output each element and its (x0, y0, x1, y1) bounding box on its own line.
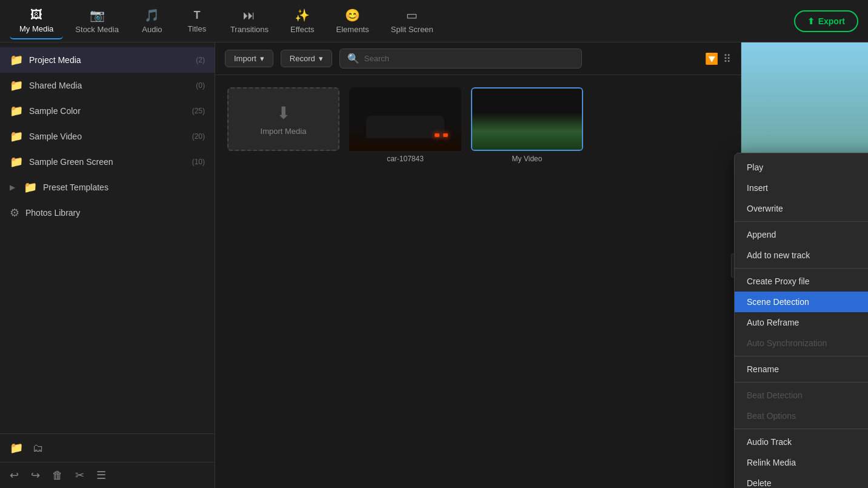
sidebar-item-photos-library[interactable]: ⚙ Photos Library (0, 200, 215, 226)
sidebar-bottom-icons: 📁 🗂 (0, 433, 215, 462)
nav-item-audio[interactable]: 🎵 Audio (131, 3, 173, 39)
car-headlights (435, 133, 448, 137)
sidebar-item-preset-templates[interactable]: ▶ 📁 Preset Templates (0, 175, 215, 200)
ctx-item-auto-synchronization: Auto Synchronization (735, 333, 868, 353)
ctx-item-create-proxy-file[interactable]: Create Proxy file (735, 271, 868, 292)
redo-icon[interactable]: ↪ (31, 469, 40, 482)
nav-item-split-screen[interactable]: ▭ Split Screen (381, 3, 443, 39)
sidebar-label-project-media: Project Media (29, 55, 81, 65)
ctx-label-add-to-new-track: Add to new track (747, 250, 810, 260)
adjust-icon[interactable]: ☰ (96, 469, 106, 482)
ctx-divider-5 (735, 429, 868, 429)
media-item-car[interactable]: car-107843 (349, 87, 461, 164)
folder-icon-shared-media: 📁 (10, 79, 23, 92)
sidebar-item-sample-green-screen[interactable]: 📁 Sample Green Screen (10) (0, 149, 215, 175)
media-item-my-video[interactable]: My Video (471, 87, 583, 164)
nav-label-transitions: Transitions (230, 25, 269, 34)
nav-label-audio: Audio (142, 25, 162, 34)
toolbar-actions: 🔽 ⠿ (705, 52, 731, 65)
export-button[interactable]: ⬆ Export (794, 10, 858, 32)
stock-media-icon: 📷 (90, 8, 105, 22)
folder-icon-sample-video: 📁 (10, 130, 23, 143)
ctx-item-audio-track[interactable]: Audio Track ▶ (735, 432, 868, 452)
ctx-item-scene-detection[interactable]: Scene Detection (735, 292, 868, 312)
nav-label-titles: Titles (188, 24, 207, 33)
nav-label-elements: Elements (336, 25, 369, 34)
titles-icon: T (193, 9, 200, 22)
split-screen-icon: ▭ (406, 8, 418, 22)
ctx-item-add-to-new-track[interactable]: Add to new track (735, 245, 868, 266)
ctx-item-insert[interactable]: Insert (735, 178, 868, 198)
sidebar-item-sample-color[interactable]: 📁 Sample Color (25) (0, 98, 215, 124)
ctx-label-insert: Insert (747, 183, 768, 193)
nav-item-my-media[interactable]: 🖼 My Media (10, 3, 63, 39)
effects-icon: ✨ (295, 8, 310, 22)
ctx-label-auto-synchronization: Auto Synchronization (747, 338, 827, 348)
undo-icon[interactable]: ↩ (10, 469, 19, 482)
sidebar-count-shared-media: (0) (196, 81, 205, 90)
nav-item-stock-media[interactable]: 📷 Stock Media (65, 3, 129, 39)
export-icon: ⬆ (807, 16, 815, 26)
folder-icon-sample-color: 📁 (10, 104, 23, 118)
nav-item-effects[interactable]: ✨ Effects (281, 3, 324, 39)
ctx-label-beat-detection: Beat Detection (747, 390, 803, 400)
sidebar-label-sample-green-screen: Sample Green Screen (29, 157, 113, 167)
filter-icon[interactable]: 🔽 (705, 52, 718, 65)
nav-item-titles[interactable]: T Titles (176, 4, 218, 38)
search-icon: 🔍 (347, 53, 359, 64)
ctx-item-beat-options: Beat Options (735, 406, 868, 426)
new-folder-icon[interactable]: 📁 (10, 441, 23, 455)
sidebar-item-project-media[interactable]: 📁 Project Media (2) (0, 47, 215, 73)
folder-icon-project-media: 📁 (10, 53, 23, 67)
sidebar-label-shared-media: Shared Media (29, 81, 82, 90)
ctx-item-append[interactable]: Append (735, 224, 868, 245)
ctx-item-play[interactable]: Play (735, 157, 868, 178)
expand-arrow-preset-templates: ▶ (10, 183, 15, 192)
media-thumb-my-video (471, 87, 583, 151)
sidebar-count-project-media: (2) (196, 56, 205, 64)
ctx-label-beat-options: Beat Options (747, 411, 796, 421)
nav-item-transitions[interactable]: ⏭ Transitions (221, 4, 278, 39)
car-shape (366, 116, 445, 138)
folder-icon-preset-templates: 📁 (24, 181, 37, 194)
sidebar-count-sample-color: (25) (192, 107, 205, 115)
sidebar-item-shared-media[interactable]: 📁 Shared Media (0) (0, 73, 215, 98)
export-label: Export (818, 16, 845, 26)
record-chevron-icon: ▾ (319, 54, 323, 63)
sidebar-count-sample-green-screen: (10) (192, 158, 205, 166)
ctx-item-relink-media[interactable]: Relink Media (735, 452, 868, 473)
media-label-car: car-107843 (349, 151, 461, 164)
search-input[interactable] (364, 54, 574, 63)
import-chevron-icon: ▾ (260, 54, 264, 63)
sidebar-label-sample-video: Sample Video (29, 132, 82, 141)
record-button[interactable]: Record ▾ (281, 50, 332, 67)
sidebar-item-sample-video[interactable]: 📁 Sample Video (20) (0, 124, 215, 149)
transitions-icon: ⏭ (243, 8, 255, 22)
audio-icon: 🎵 (144, 8, 159, 22)
ctx-label-play: Play (747, 162, 763, 172)
nav-label-split-screen: Split Screen (391, 25, 433, 34)
delete-icon[interactable]: 🗑 (52, 469, 63, 482)
context-menu: Play Insert Overwrite Append Add to new … (734, 153, 868, 488)
grid-view-icon[interactable]: ⠿ (723, 52, 731, 65)
top-nav: 🖼 My Media 📷 Stock Media 🎵 Audio T Title… (0, 0, 868, 42)
import-media-label-thumb: Import Media (261, 127, 307, 136)
import-button[interactable]: Import ▾ (225, 50, 273, 67)
ctx-label-auto-reframe: Auto Reframe (747, 318, 799, 327)
ctx-item-auto-reframe[interactable]: Auto Reframe (735, 312, 868, 333)
nav-item-elements[interactable]: 😊 Elements (327, 3, 379, 39)
media-area: Import ▾ Record ▾ 🔍 🔽 ⠿ ⬇ Import (215, 42, 741, 488)
open-folder-icon[interactable]: 🗂 (33, 442, 44, 455)
ctx-label-audio-track: Audio Track (747, 437, 792, 447)
ctx-item-overwrite[interactable]: Overwrite (735, 198, 868, 219)
sidebar-label-photos-library: Photos Library (25, 208, 80, 218)
sidebar: 📁 Project Media (2) 📁 Shared Media (0) 📁… (0, 42, 215, 488)
nature-trees (472, 113, 582, 150)
search-box[interactable]: 🔍 (339, 48, 582, 69)
sidebar-label-sample-color: Sample Color (29, 106, 81, 116)
ctx-item-rename[interactable]: Rename (735, 359, 868, 379)
media-thumb-car (349, 87, 461, 151)
cut-icon[interactable]: ✂ (75, 469, 84, 482)
ctx-item-delete[interactable]: Delete (735, 473, 868, 488)
import-media-item[interactable]: ⬇ Import Media (227, 87, 339, 164)
